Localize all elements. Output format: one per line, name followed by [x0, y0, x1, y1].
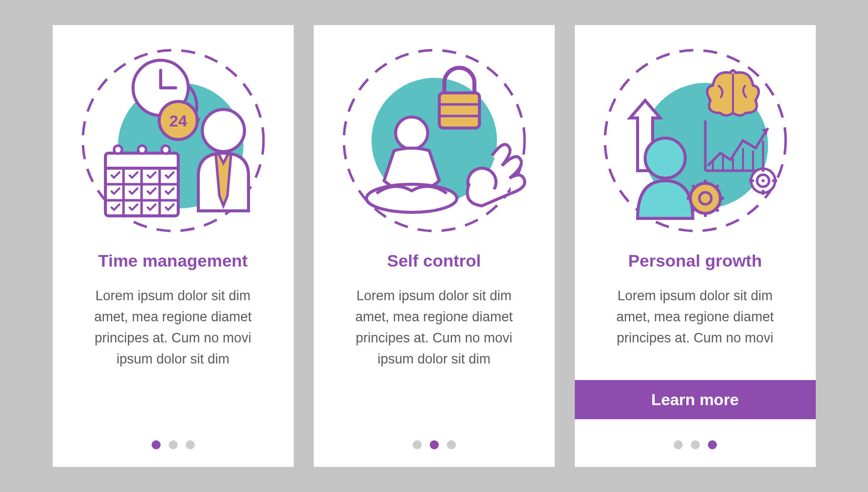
self-control-icon — [339, 45, 530, 236]
dot-3[interactable] — [708, 440, 717, 449]
svg-point-11 — [162, 146, 170, 154]
pagination-dots — [314, 440, 555, 449]
card-title: Personal growth — [628, 251, 762, 271]
svg-rect-19 — [439, 93, 479, 128]
dot-3[interactable] — [447, 440, 456, 449]
svg-point-49 — [762, 179, 765, 182]
card-body: Lorem ipsum dolor sit dim amet, mea regi… — [600, 286, 791, 349]
svg-point-10 — [138, 146, 146, 154]
onboarding-card-1: 24 Time management Lorem ipsum dolor sit… — [53, 25, 294, 467]
dot-2[interactable] — [169, 440, 178, 449]
dot-2[interactable] — [430, 440, 439, 449]
card-title: Self control — [387, 251, 481, 271]
card-title: Time management — [98, 251, 248, 271]
svg-point-6 — [202, 109, 244, 152]
personal-growth-icon — [600, 45, 791, 236]
svg-point-22 — [396, 117, 428, 149]
time-management-icon: 24 — [78, 45, 269, 236]
svg-point-27 — [645, 138, 685, 178]
learn-more-button[interactable]: Learn more — [575, 380, 816, 419]
dot-1[interactable] — [152, 440, 161, 449]
dot-3[interactable] — [186, 440, 195, 449]
svg-text:24: 24 — [169, 112, 187, 130]
pagination-dots — [575, 440, 816, 449]
onboarding-card-3: Personal growth Lorem ipsum dolor sit di… — [575, 25, 816, 467]
dot-1[interactable] — [674, 440, 683, 449]
pagination-dots — [53, 440, 294, 449]
svg-point-23 — [366, 184, 457, 212]
card-body: Lorem ipsum dolor sit dim amet, mea regi… — [78, 286, 269, 370]
onboarding-card-2: Self control Lorem ipsum dolor sit dim a… — [314, 25, 555, 467]
dot-1[interactable] — [413, 440, 422, 449]
card-body: Lorem ipsum dolor sit dim amet, mea regi… — [339, 286, 530, 370]
dot-2[interactable] — [691, 440, 700, 449]
svg-point-9 — [114, 146, 122, 154]
